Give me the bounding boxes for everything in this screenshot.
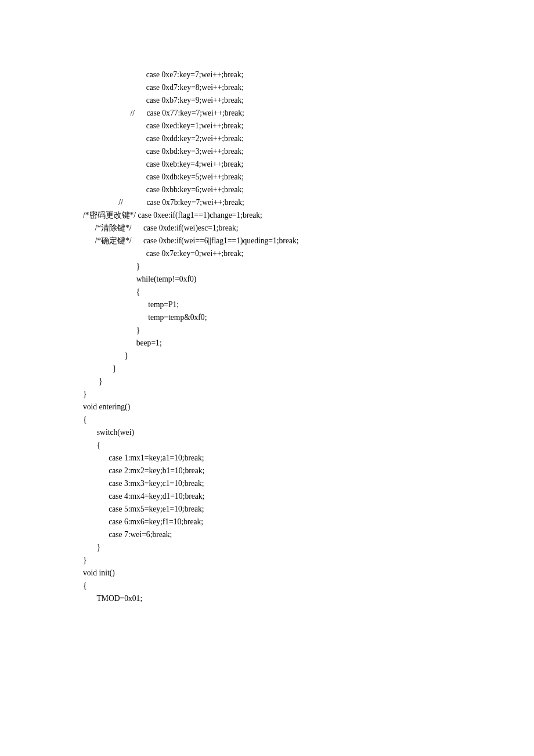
- code-line: /*确定键*/ case 0xbe:if(wei==6||flag1==1)qu…: [83, 235, 534, 247]
- code-line: case 6:mx6=key;f1=10;break;: [83, 516, 534, 528]
- code-line: case 0xe7:key=7;wei++;break;: [83, 69, 534, 81]
- code-line: }: [83, 350, 534, 362]
- code-line: case 0xbd:key=3;wei++;break;: [83, 145, 534, 158]
- code-line: temp=temp&0xf0;: [83, 311, 534, 324]
- code-line: void init(): [83, 567, 534, 579]
- code-line: case 1:mx1=key;a1=10;break;: [83, 452, 534, 465]
- code-line: case 0xeb:key=4;wei++;break;: [83, 158, 534, 171]
- code-line: }: [83, 554, 534, 567]
- code-line: }: [83, 541, 534, 554]
- code-line: case 2:mx2=key;b1=10;break;: [83, 465, 534, 477]
- code-line: case 5:mx5=key;e1=10;break;: [83, 503, 534, 516]
- code-line: {: [83, 439, 534, 452]
- code-line: }: [83, 324, 534, 337]
- code-line: case 0xdd:key=2;wei++;break;: [83, 132, 534, 145]
- code-line: {: [83, 579, 534, 592]
- code-line: // case 0x77:key=7;wei++;break;: [83, 107, 534, 120]
- code-line: /*清除键*/ case 0xde:if(wei)esc=1;break;: [83, 222, 534, 235]
- code-line: temp=P1;: [83, 298, 534, 311]
- code-line: case 0x7e:key=0;wei++;break;: [83, 247, 534, 260]
- code-page: case 0xe7:key=7;wei++;break; case 0xd7:k…: [0, 0, 534, 605]
- code-line: TMOD=0x01;: [83, 592, 534, 605]
- code-line: }: [83, 388, 534, 401]
- code-line: case 4:mx4=key;d1=10;break;: [83, 490, 534, 503]
- code-line: beep=1;: [83, 337, 534, 350]
- code-line: {: [83, 286, 534, 298]
- code-line: case 0xd7:key=8;wei++;break;: [83, 81, 534, 94]
- code-line: while(temp!=0xf0): [83, 273, 534, 286]
- code-line: case 0xed:key=1;wei++;break;: [83, 120, 534, 132]
- code-line: switch(wei): [83, 426, 534, 439]
- code-line: }: [83, 362, 534, 375]
- code-line: case 0xb7:key=9;wei++;break;: [83, 94, 534, 107]
- code-line: // case 0x7b:key=7;wei++;break;: [83, 196, 534, 209]
- code-line: /*密码更改键*/ case 0xee:if(flag1==1)change=1…: [83, 209, 534, 222]
- code-line: case 7:wei=6;break;: [83, 528, 534, 541]
- code-line: case 0xdb:key=5;wei++;break;: [83, 171, 534, 183]
- code-line: {: [83, 413, 534, 426]
- code-line: }: [83, 260, 534, 273]
- code-line: void entering(): [83, 401, 534, 413]
- code-line: }: [83, 375, 534, 388]
- code-line: case 3:mx3=key;c1=10;break;: [83, 477, 534, 490]
- code-line: case 0xbb:key=6;wei++;break;: [83, 183, 534, 196]
